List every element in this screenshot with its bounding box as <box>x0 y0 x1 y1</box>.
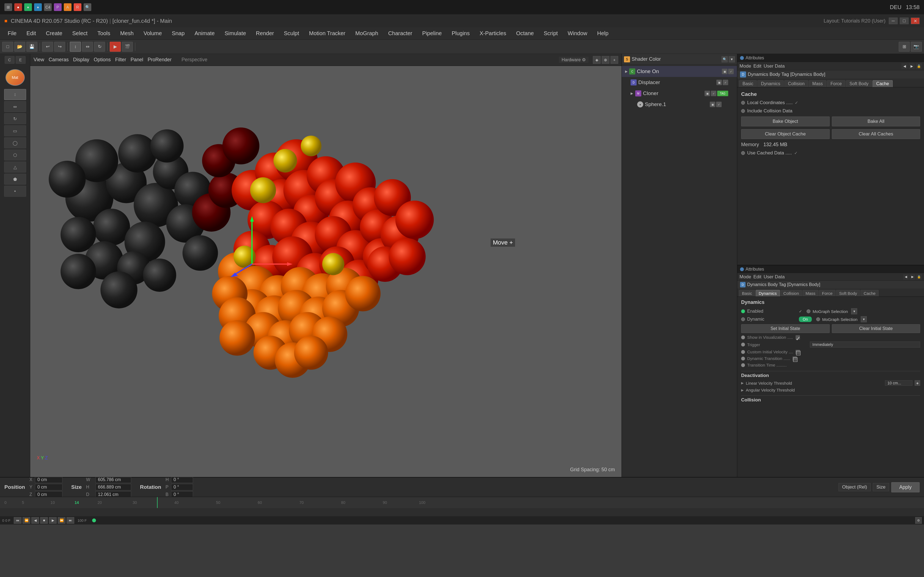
scene-filter-btn[interactable]: ▼ <box>729 56 735 62</box>
attr-back-btn[interactable]: ◀ <box>901 63 908 69</box>
menu-animate[interactable]: Animate <box>190 29 219 38</box>
scene-item-cloner[interactable]: ▶ M Cloner ▣ ✓ TAG <box>622 88 737 99</box>
menu-plugins[interactable]: Plugins <box>447 29 474 38</box>
tab-mass-bottom[interactable]: Mass <box>803 290 818 297</box>
attr-back-btn-b[interactable]: ◀ <box>903 274 909 280</box>
tab-basic-top[interactable]: Basic <box>739 80 757 87</box>
attr-mode-btn[interactable]: Mode <box>740 63 751 69</box>
step-back-btn[interactable]: ⏪ <box>23 517 30 524</box>
clear-all-caches-button[interactable]: Clear All Caches <box>832 129 921 139</box>
viewport-canvas[interactable]: Move + Grid Spacing: 50 cm X Y Z <box>30 66 622 477</box>
tag2[interactable]: ✓ <box>728 69 734 74</box>
play-back-btn[interactable]: ◀ <box>31 517 39 524</box>
local-coords-dot[interactable] <box>741 101 745 105</box>
clear-initial-state-button[interactable]: Clear Initial State <box>832 324 921 333</box>
step-fwd-btn[interactable]: ⏩ <box>58 517 65 524</box>
viewport-nav-btn1[interactable]: ◈ <box>593 56 601 64</box>
tool-live-select[interactable]: ⬡ <box>4 150 26 160</box>
rot-p-input[interactable]: 0 ° <box>171 484 193 490</box>
viewport-nav-btn3[interactable]: + <box>611 56 618 64</box>
toolbar-render-view[interactable]: 🎬 <box>122 42 133 52</box>
menu-tools[interactable]: Tools <box>93 29 115 38</box>
mograph-btn-1[interactable]: ▼ <box>851 308 857 314</box>
attr-lock-btn[interactable]: 🔒 <box>916 63 922 69</box>
menu-mesh[interactable]: Mesh <box>116 29 138 38</box>
tool-scale[interactable]: ⇔ <box>4 101 26 112</box>
toolbar-move[interactable]: ↕ <box>70 42 81 52</box>
trigger-value[interactable]: Immediately <box>810 342 920 348</box>
menu-pipeline[interactable]: Pipeline <box>418 29 446 38</box>
object-rel-dropdown[interactable]: Object (Rel) <box>838 483 871 491</box>
tab-dynamics-top[interactable]: Dynamics <box>758 80 784 87</box>
toolbar-cam[interactable]: 📷 <box>911 42 922 52</box>
mograph-dot-2[interactable] <box>816 318 820 321</box>
toolbar-rotate[interactable]: ↻ <box>94 42 105 52</box>
tab-mass-top[interactable]: Mass <box>809 80 826 87</box>
menu-sculpt[interactable]: Sculpt <box>279 29 304 38</box>
toolbar-new[interactable]: □ <box>2 42 13 52</box>
dynamic-toggle-on[interactable]: On <box>799 316 812 322</box>
viewport-menu-prorender[interactable]: ProRender <box>148 57 171 63</box>
menu-volume[interactable]: Volume <box>139 29 166 38</box>
tool-edge[interactable]: ⬟ <box>4 174 26 185</box>
stop-btn[interactable]: ■ <box>40 517 48 524</box>
tab-force-bottom[interactable]: Force <box>819 290 835 297</box>
apply-button[interactable]: Apply <box>891 482 919 492</box>
tool-point[interactable]: • <box>4 186 26 197</box>
size-h-input[interactable]: 666.889 cm <box>95 484 131 490</box>
stag1[interactable]: ▣ <box>710 102 715 107</box>
viewport-menu-cameras[interactable]: Cameras <box>48 57 69 63</box>
search-icon[interactable]: 🔍 <box>84 3 91 11</box>
tag1[interactable]: ▣ <box>722 69 727 74</box>
attr-edit-btn[interactable]: Edit <box>753 63 761 69</box>
tool-select-rect[interactable]: ▭ <box>4 125 26 136</box>
toolbar-undo[interactable]: ↩ <box>42 42 53 52</box>
include-collision-dot[interactable] <box>741 109 745 113</box>
viewport-menu-filter[interactable]: Filter <box>115 57 126 63</box>
toolbar-layout[interactable]: ⊞ <box>899 42 910 52</box>
tool-select-circle[interactable]: ◯ <box>4 137 26 148</box>
attr-fwd-btn-b[interactable]: ▶ <box>910 274 915 280</box>
menu-script[interactable]: Script <box>539 29 562 38</box>
menu-character[interactable]: Character <box>384 29 417 38</box>
scene-item-displacer[interactable]: D Displacer ▣ ✓ <box>622 77 737 88</box>
play-to-start-btn[interactable]: ⏮ <box>14 517 21 524</box>
create-btn[interactable]: C <box>5 56 15 64</box>
mograph-dot-1[interactable] <box>806 309 811 313</box>
minimize-button[interactable]: ─ <box>889 18 898 24</box>
tab-cache-top[interactable]: Cache <box>872 80 892 87</box>
ctag3[interactable]: TAG <box>717 91 728 96</box>
menu-simulate[interactable]: Simulate <box>220 29 250 38</box>
pos-y-input[interactable]: 0 cm <box>35 484 62 490</box>
menu-octane[interactable]: Octane <box>512 29 538 38</box>
timeline-setting-btn[interactable]: ⚙ <box>915 517 922 524</box>
menu-file[interactable]: File <box>3 29 21 38</box>
scene-item-sphere1[interactable]: ● Sphere.1 ▣ ✓ <box>622 99 737 110</box>
tab-collision-bottom[interactable]: Collision <box>780 290 802 297</box>
bake-all-button[interactable]: Bake All <box>832 116 921 126</box>
viewport-menu-panel[interactable]: Panel <box>131 57 143 63</box>
bake-object-button[interactable]: Bake Object <box>741 116 830 126</box>
tab-collision-top[interactable]: Collision <box>784 80 808 87</box>
timeline-track[interactable] <box>0 508 924 516</box>
ctag2[interactable]: ✓ <box>711 91 716 96</box>
close-button[interactable]: ✕ <box>911 18 919 24</box>
attr-edit-btn-b[interactable]: Edit <box>753 274 761 280</box>
menu-window[interactable]: Window <box>563 29 591 38</box>
menu-help[interactable]: Help <box>593 29 613 38</box>
menu-create[interactable]: Create <box>42 29 67 38</box>
dtag1[interactable]: ▣ <box>716 80 722 85</box>
menu-render[interactable]: Render <box>252 29 279 38</box>
attr-userdata-btn-b[interactable]: User Data <box>764 274 785 280</box>
menu-snap[interactable]: Snap <box>168 29 189 38</box>
attr-lock-btn-b[interactable]: 🔒 <box>916 274 922 280</box>
tab-cache-bottom[interactable]: Cache <box>861 290 878 297</box>
dtag2[interactable]: ✓ <box>723 80 728 85</box>
pos-x-input[interactable]: 0 cm <box>35 476 62 483</box>
menu-motiontract[interactable]: Motion Tracker <box>305 29 350 38</box>
viewport-menu-options[interactable]: Options <box>94 57 111 63</box>
tool-rotate[interactable]: ↻ <box>4 113 26 124</box>
tab-softbody-top[interactable]: Soft Body <box>846 80 872 87</box>
stag2[interactable]: ✓ <box>716 102 722 107</box>
scene-item-cloneon[interactable]: ▶ C Clone On ▣ ✓ <box>622 66 737 77</box>
